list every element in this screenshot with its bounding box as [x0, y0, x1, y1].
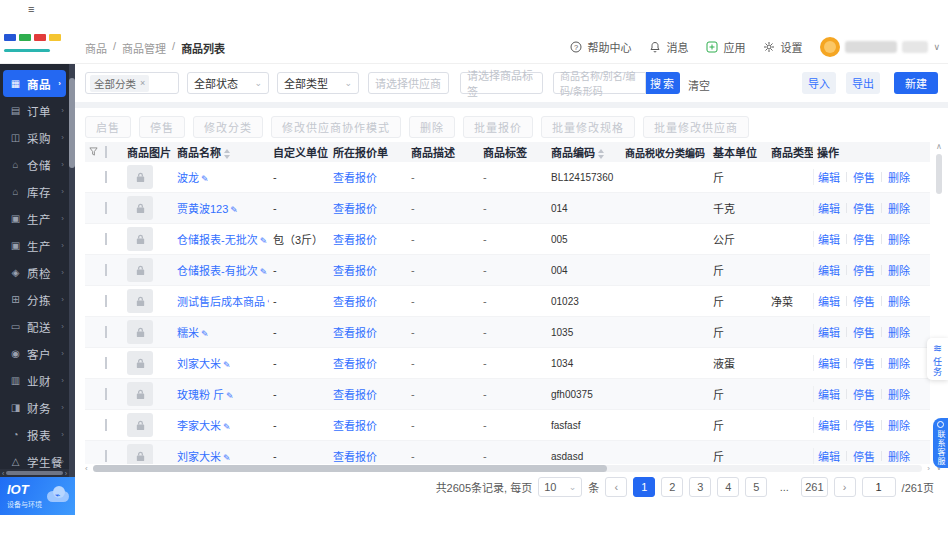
- page-button[interactable]: 5: [745, 477, 767, 497]
- page-jump-input[interactable]: [862, 477, 896, 497]
- stop-sale-row-link[interactable]: 停售: [853, 169, 875, 185]
- row-checkbox[interactable]: [105, 388, 107, 400]
- sidebar-item[interactable]: ▤ 订单 ›: [0, 97, 69, 124]
- product-name-link[interactable]: 玫瑰粉 斤: [177, 389, 224, 401]
- edit-row-link[interactable]: 编辑: [818, 324, 840, 340]
- edit-name-icon[interactable]: ✎: [260, 267, 268, 277]
- delete-row-link[interactable]: 删除: [888, 231, 910, 247]
- delete-row-link[interactable]: 删除: [888, 293, 910, 309]
- view-quote-link[interactable]: 查看报价: [333, 234, 377, 246]
- edit-row-link[interactable]: 编辑: [818, 386, 840, 402]
- row-checkbox[interactable]: [105, 202, 107, 214]
- task-panel-tab[interactable]: ≋ 任务: [927, 338, 948, 380]
- product-image-placeholder[interactable]: [127, 227, 153, 251]
- edit-row-link[interactable]: 编辑: [818, 293, 840, 309]
- product-image-placeholder[interactable]: [127, 320, 153, 344]
- product-name-link[interactable]: 测试售后成本商品: [177, 296, 265, 308]
- edit-name-icon[interactable]: ✎: [230, 205, 238, 215]
- scroll-left-icon[interactable]: ‹: [85, 464, 93, 473]
- edit-row-link[interactable]: 编辑: [818, 231, 840, 247]
- view-quote-link[interactable]: 查看报价: [333, 420, 377, 432]
- sidebar-item[interactable]: ▣ 生产 ›: [0, 232, 69, 259]
- bulk-action-button[interactable]: 批量修改规格: [541, 116, 635, 138]
- clear-filters-button[interactable]: 清空: [688, 77, 710, 93]
- product-image-placeholder[interactable]: [127, 165, 153, 189]
- bulk-action-button[interactable]: 修改分类: [193, 116, 263, 138]
- keyword-search-input[interactable]: 商品名称/别名/编码/条形码: [553, 72, 646, 94]
- scroll-right-icon[interactable]: ›: [922, 464, 930, 473]
- delete-row-link[interactable]: 删除: [888, 386, 910, 402]
- edit-name-icon[interactable]: ✎: [223, 422, 231, 432]
- messages-button[interactable]: 消息: [649, 39, 688, 55]
- iot-module-banner[interactable]: IOT 设备与环境 ⌁: [0, 477, 75, 515]
- user-menu[interactable]: ∨: [820, 37, 940, 57]
- edit-name-icon[interactable]: ✎: [223, 360, 231, 370]
- filter-icon[interactable]: [85, 146, 101, 158]
- edit-name-icon[interactable]: ✎: [201, 174, 209, 184]
- horizontal-scrollbar[interactable]: ‹ ›: [85, 464, 930, 472]
- sidebar-item[interactable]: ◔ 报表 ›: [0, 421, 69, 448]
- stop-sale-row-link[interactable]: 停售: [853, 293, 875, 309]
- row-checkbox[interactable]: [105, 233, 107, 245]
- vscroll-thumb[interactable]: [936, 154, 942, 194]
- row-checkbox[interactable]: [105, 171, 107, 183]
- sidebar-item[interactable]: ◉ 客户 ›: [0, 340, 69, 367]
- bulk-action-button[interactable]: 修改供应商协作模式: [271, 116, 401, 138]
- sidebar-item[interactable]: ◨ 财务 ›: [0, 394, 69, 421]
- column-header[interactable]: 商品编码: [547, 144, 621, 160]
- sidebar-item[interactable]: ▭ 配送 ›: [0, 313, 69, 340]
- product-name-link[interactable]: 李家大米: [177, 420, 221, 432]
- stop-sale-row-link[interactable]: 停售: [853, 200, 875, 216]
- stop-sale-row-link[interactable]: 停售: [853, 448, 875, 464]
- delete-row-link[interactable]: 删除: [888, 200, 910, 216]
- product-name-link[interactable]: 糯米: [177, 327, 199, 339]
- category-multiselect[interactable]: 全部分类×: [85, 72, 179, 94]
- status-select[interactable]: 全部状态⌄: [187, 72, 269, 94]
- stop-sale-row-link[interactable]: 停售: [853, 417, 875, 433]
- delete-row-link[interactable]: 删除: [888, 355, 910, 371]
- delete-row-link[interactable]: 删除: [888, 169, 910, 185]
- row-checkbox[interactable]: [105, 295, 107, 307]
- bulk-action-button[interactable]: 删除: [409, 116, 455, 138]
- delete-row-link[interactable]: 删除: [888, 262, 910, 278]
- sort-icon[interactable]: [598, 149, 604, 159]
- product-image-placeholder[interactable]: [127, 444, 153, 464]
- product-image-placeholder[interactable]: [127, 382, 153, 406]
- page-button[interactable]: 3: [689, 477, 711, 497]
- view-quote-link[interactable]: 查看报价: [333, 327, 377, 339]
- breadcrumb-item[interactable]: 商品管理: [122, 40, 166, 56]
- sidebar-item[interactable]: ◫ 采购 ›: [0, 124, 69, 151]
- product-image-placeholder[interactable]: [127, 289, 153, 313]
- sidebar-item[interactable]: ◈ 质检 ›: [0, 259, 69, 286]
- row-checkbox[interactable]: [105, 357, 107, 369]
- product-tag-input[interactable]: 请选择商品标签: [460, 72, 543, 94]
- edit-name-icon[interactable]: ✎: [223, 453, 231, 463]
- view-quote-link[interactable]: 查看报价: [333, 451, 377, 463]
- scroll-up-icon[interactable]: ∧: [934, 142, 944, 151]
- edit-row-link[interactable]: 编辑: [818, 355, 840, 371]
- bulk-action-button[interactable]: 停售: [139, 116, 185, 138]
- settings-button[interactable]: 设置: [763, 39, 802, 55]
- column-header[interactable]: 商品类型: [767, 144, 813, 160]
- sidebar-item[interactable]: ⊞ 分拣 ›: [0, 286, 69, 313]
- edit-name-icon[interactable]: ✎: [260, 236, 268, 246]
- row-checkbox[interactable]: [105, 264, 107, 276]
- page-button[interactable]: 261: [801, 477, 827, 497]
- view-quote-link[interactable]: 查看报价: [333, 358, 377, 370]
- edit-row-link[interactable]: 编辑: [818, 417, 840, 433]
- bulk-action-button[interactable]: 批量报价: [463, 116, 533, 138]
- edit-row-link[interactable]: 编辑: [818, 448, 840, 464]
- sidebar-item[interactable]: ⌂ 库存 ›: [0, 178, 69, 205]
- view-quote-link[interactable]: 查看报价: [333, 203, 377, 215]
- delete-row-link[interactable]: 删除: [888, 324, 910, 340]
- bulk-action-button[interactable]: 启售: [85, 116, 131, 138]
- stop-sale-row-link[interactable]: 停售: [853, 262, 875, 278]
- stop-sale-row-link[interactable]: 停售: [853, 355, 875, 371]
- delete-row-link[interactable]: 删除: [888, 417, 910, 433]
- supplier-input[interactable]: 请选择供应商: [368, 72, 449, 94]
- row-checkbox[interactable]: [105, 326, 107, 338]
- view-quote-link[interactable]: 查看报价: [333, 296, 377, 308]
- breadcrumb-item[interactable]: 商品: [85, 40, 107, 56]
- page-button[interactable]: 4: [717, 477, 739, 497]
- customer-service-tab[interactable]: 联系客服: [933, 418, 948, 468]
